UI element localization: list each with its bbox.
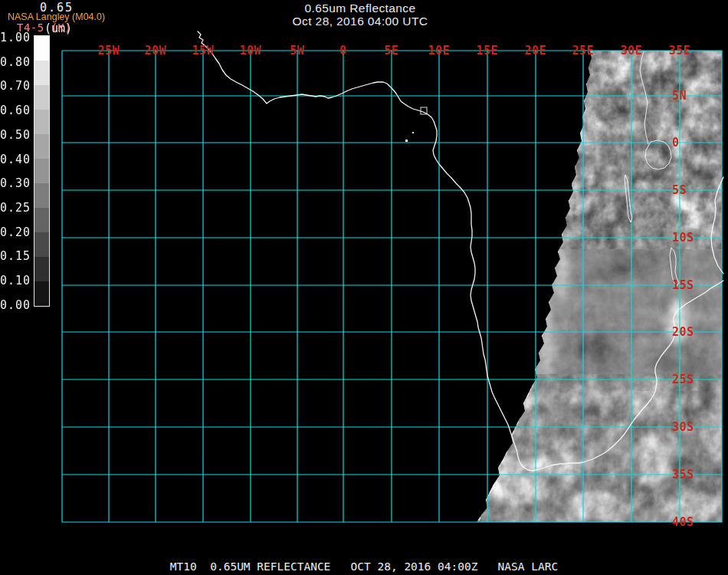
lat-tick-label: 0	[672, 136, 680, 150]
lon-tick-label: 5W	[290, 44, 304, 58]
lat-tick-label: 10S	[672, 231, 694, 245]
nasa-langley-credit: NASA Langley (M04.0)	[8, 12, 105, 22]
colorbar-value-label: 0.10	[0, 274, 31, 288]
lat-tick-label: 25S	[672, 373, 694, 386]
reflectance-colorbar	[34, 35, 50, 307]
colorbar-segment	[34, 232, 49, 257]
lat-tick-label: 5S	[672, 183, 687, 197]
lon-tick-label: 5E	[384, 44, 398, 58]
colorbar-value-label: 0.50	[0, 128, 31, 142]
lon-tick-label: 20W	[145, 44, 167, 58]
colorbar-value-label: 0.00	[0, 298, 31, 312]
footer-caption: MT10 0.65UM REFLECTANCE OCT 28, 2016 04:…	[170, 560, 558, 573]
colorbar-segment	[34, 110, 49, 134]
lon-tick-label: 15E	[477, 44, 499, 58]
colorbar-segment	[34, 183, 49, 208]
lon-tick-label: 35E	[669, 44, 691, 58]
lat-tick-label: 20S	[672, 325, 694, 339]
alt-product-label: T4-5 (K)	[17, 21, 71, 34]
lat-tick-label: 40S	[672, 515, 694, 529]
colorbar-value-label: 0.30	[0, 176, 31, 190]
colorbar-value-label: 0.40	[0, 153, 31, 166]
colorbar-segment	[34, 134, 49, 159]
lon-tick-label: 25E	[572, 44, 595, 58]
lat-tick-label: 35S	[672, 468, 694, 481]
lon-tick-label: 30E	[621, 44, 643, 58]
colorbar-value-label: 0.70	[0, 79, 31, 93]
colorbar-segment	[34, 159, 49, 183]
colorbar-value-label: 0.80	[0, 55, 31, 69]
satellite-image-viewer: 0.65um Reflectance Oct 28, 2016 04:00 UT…	[0, 0, 728, 575]
lon-tick-label: 0	[339, 44, 347, 58]
colorbar-segment	[34, 85, 49, 110]
lat-tick-label: 15S	[672, 278, 694, 292]
colorbar-value-label: 0.20	[0, 225, 31, 239]
lat-tick-label: 5N	[672, 89, 687, 103]
sao-tome-island	[405, 140, 408, 142]
colorbar-segment	[34, 208, 49, 232]
lon-tick-label: 10E	[428, 44, 451, 58]
map-canvas	[0, 0, 728, 575]
lat-tick-label: 30S	[672, 420, 694, 434]
colorbar-segment	[34, 281, 49, 306]
colorbar-segment	[34, 257, 49, 281]
lon-tick-label: 25W	[98, 44, 120, 58]
colorbar-value-label: 0.15	[0, 249, 31, 263]
colorbar-value-label: 0.25	[0, 201, 31, 215]
colorbar-segment	[34, 61, 49, 85]
lon-tick-label: 10W	[240, 44, 262, 58]
lon-tick-label: 20E	[525, 44, 547, 58]
colorbar-value-label: 0.60	[0, 104, 31, 117]
colorbar-segment	[34, 36, 49, 61]
principe-island	[412, 132, 414, 133]
lon-tick-label: 15W	[192, 44, 215, 58]
